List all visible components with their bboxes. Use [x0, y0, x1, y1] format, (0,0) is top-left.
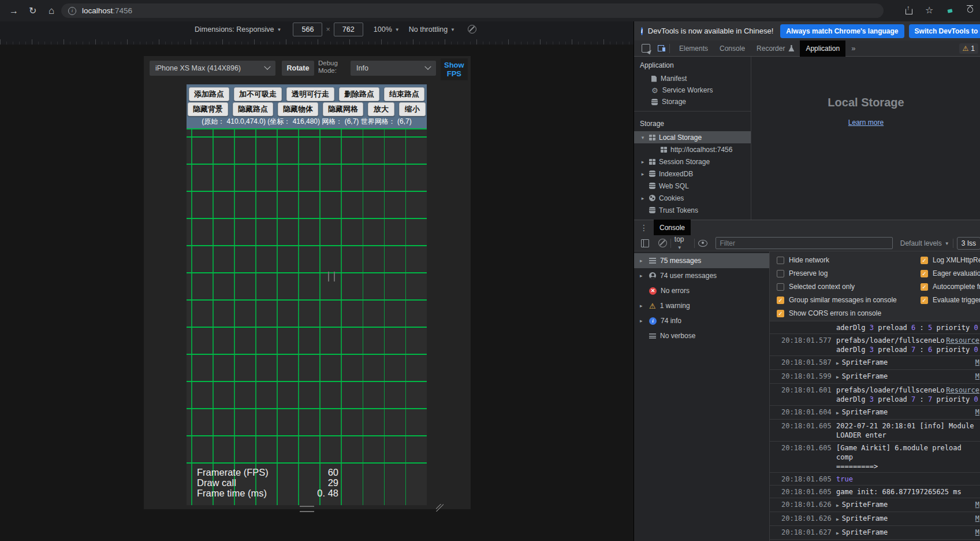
- throttling-select[interactable]: No throttling▼: [409, 25, 455, 34]
- console-message[interactable]: 20:18:01.605[Game Airkit] 6.module prelo…: [770, 442, 980, 473]
- game-button-隐藏网格[interactable]: 隐藏网格: [323, 102, 363, 116]
- inspect-element-icon[interactable]: [642, 44, 650, 53]
- source-location-link[interactable]: Resource: [946, 336, 979, 345]
- game-button-隐藏物体[interactable]: 隐藏物体: [278, 102, 318, 116]
- setting-show-cors-errors-in-console[interactable]: ✓Show CORS errors in console: [777, 309, 881, 317]
- tree-arrow-icon[interactable]: ▸: [640, 195, 646, 201]
- checkbox-icon[interactable]: [777, 283, 784, 291]
- drawer-menu-icon[interactable]: ⋮: [640, 223, 648, 232]
- tree-item-indexeddb[interactable]: ▸IndexedDB: [634, 168, 751, 180]
- expand-arrow-icon[interactable]: ▶: [836, 410, 839, 416]
- forward-icon[interactable]: →: [9, 0, 18, 21]
- console-message[interactable]: 20:18:01.626▶SpriteFrameM: [770, 512, 980, 526]
- tree-arrow-icon[interactable]: ▸: [640, 258, 645, 264]
- more-tabs-icon[interactable]: »: [845, 40, 861, 57]
- expand-arrow-icon[interactable]: ▶: [836, 503, 839, 508]
- checkbox-icon[interactable]: ✓: [921, 270, 928, 277]
- tab-application[interactable]: Application: [800, 40, 845, 57]
- checkbox-icon[interactable]: ✓: [921, 283, 928, 291]
- tree-item-trust-tokens[interactable]: Trust Tokens: [634, 204, 751, 216]
- console-message[interactable]: 20:18:01.626▶SpriteFrameM: [770, 498, 980, 512]
- setting-selected-context-only[interactable]: Selected context only: [777, 283, 855, 291]
- expand-arrow-icon[interactable]: ▶: [836, 531, 839, 536]
- expand-arrow-icon[interactable]: ▶: [836, 375, 839, 380]
- console-filter-no-errors[interactable]: ✕No errors: [634, 283, 769, 298]
- expand-arrow-icon[interactable]: ▶: [836, 361, 839, 366]
- sidebar-item-manifest[interactable]: Manifest: [634, 73, 751, 84]
- tree-arrow-icon[interactable]: ▾: [640, 135, 646, 140]
- game-button-缩小[interactable]: 缩小: [399, 102, 426, 116]
- source-location-link[interactable]: M: [975, 528, 979, 537]
- console-message[interactable]: 20:18:01.605game init: 686.877197265625 …: [770, 486, 980, 498]
- console-filter-no-verbose[interactable]: No verbose: [634, 328, 769, 343]
- setting-autocomplete-fro[interactable]: ✓Autocomplete fro: [921, 283, 980, 291]
- game-button-删除路点[interactable]: 删除路点: [339, 87, 379, 101]
- console-message[interactable]: 20:18:01.605true: [770, 473, 980, 486]
- tree-arrow-icon[interactable]: ▸: [640, 318, 645, 324]
- setting-log-xmlhttpre[interactable]: ✓Log XMLHttpRe: [921, 256, 980, 264]
- tree-arrow-icon[interactable]: ▸: [640, 171, 646, 177]
- site-info-icon[interactable]: i: [68, 7, 76, 15]
- game-button-透明可行走[interactable]: 透明可行走: [286, 87, 334, 101]
- console-filter-input[interactable]: [716, 237, 892, 249]
- tree-item-cookies[interactable]: ▸Cookies: [634, 192, 751, 204]
- tab-console[interactable]: Console: [714, 40, 751, 57]
- tree-item-local-storage[interactable]: ▾Local Storage: [634, 131, 751, 143]
- source-location-link[interactable]: Resource: [946, 386, 979, 395]
- console-filter-74-user-messages[interactable]: ▸74 user messages: [634, 268, 769, 283]
- live-expression-eye-icon[interactable]: [698, 240, 707, 247]
- zoom-select[interactable]: 100%▼: [374, 25, 400, 34]
- bookmark-star-icon[interactable]: ☆: [925, 6, 933, 15]
- match-chrome-language-button[interactable]: Always match Chrome's language: [780, 24, 904, 38]
- console-message[interactable]: 20:18:01.6052022-07-21 20:18:01 [info] M…: [770, 420, 980, 442]
- game-button-结束路点[interactable]: 结束路点: [384, 87, 424, 101]
- game-button-加不可吸走[interactable]: 加不可吸走: [234, 87, 282, 101]
- setting-evaluate-triggers[interactable]: ✓Evaluate triggers: [921, 296, 980, 304]
- device-toolbar-toggle-icon[interactable]: [658, 45, 666, 52]
- checkbox-icon[interactable]: ✓: [777, 310, 784, 317]
- height-input[interactable]: [334, 23, 363, 36]
- tree-item-session-storage[interactable]: ▸Session Storage: [634, 155, 751, 168]
- game-button-放大[interactable]: 放大: [368, 102, 394, 116]
- setting-group-similar-messages-in-console[interactable]: ✓Group similar messages in console: [777, 296, 897, 304]
- sidebar-item-storage[interactable]: Storage: [634, 96, 751, 108]
- setting-preserve-log[interactable]: Preserve log: [777, 269, 828, 277]
- console-message[interactable]: 20:18:01.587▶SpriteFrameM: [770, 356, 980, 370]
- console-filter-74-info[interactable]: ▸i74 info: [634, 313, 769, 328]
- log-levels-select[interactable]: Default levels▼: [900, 239, 949, 247]
- source-location-link[interactable]: M: [975, 500, 979, 509]
- address-bar[interactable]: i localhost:7456: [61, 3, 884, 18]
- source-location-link[interactable]: M: [975, 358, 979, 367]
- setting-eager-evaluation[interactable]: ✓Eager evaluation: [921, 269, 980, 277]
- game-button-添加路点[interactable]: 添加路点: [189, 87, 229, 101]
- checkbox-icon[interactable]: ✓: [921, 257, 928, 264]
- console-message[interactable]: 20:18:01.604▶SpriteFrameM: [770, 406, 980, 420]
- tree-item-web-sql[interactable]: Web SQL: [634, 180, 751, 192]
- reload-icon[interactable]: ↻: [29, 0, 36, 21]
- clear-console-icon[interactable]: [658, 239, 666, 247]
- console-filter-1-warning[interactable]: ▸⚠1 warning: [634, 298, 769, 313]
- dimensions-select[interactable]: Dimensions: Responsive▼: [195, 25, 281, 34]
- issues-button[interactable]: 3 Iss: [957, 237, 980, 250]
- drawer-tab-console[interactable]: Console: [654, 220, 691, 236]
- tree-arrow-icon[interactable]: ▸: [640, 159, 646, 165]
- debug-mode-select[interactable]: Info: [351, 61, 436, 76]
- tree-item-http-localhost-7456[interactable]: http://localhost:7456: [634, 143, 751, 155]
- tree-arrow-icon[interactable]: ▸: [640, 303, 645, 309]
- show-fps-button[interactable]: ShowFPS: [441, 58, 468, 80]
- setting-hide-network[interactable]: Hide network: [777, 256, 829, 264]
- device-corner-resize-handle[interactable]: [436, 504, 444, 512]
- source-location-link[interactable]: M: [975, 514, 979, 523]
- console-message[interactable]: aderDlg 3 preload 6 : 5 priority 0: [770, 321, 980, 334]
- source-location-link[interactable]: M: [975, 372, 979, 381]
- game-button-隐藏路点[interactable]: 隐藏路点: [233, 102, 273, 116]
- switch-devtools-chinese-button[interactable]: Switch DevTools to Chinese: [909, 24, 980, 38]
- issues-warning-badge[interactable]: ⚠ 1: [959, 43, 978, 54]
- source-location-link[interactable]: M: [975, 407, 979, 417]
- checkbox-icon[interactable]: [777, 270, 784, 277]
- device-preset-select[interactable]: iPhone XS Max (414X896): [150, 61, 275, 76]
- console-filter-75-messages[interactable]: ▸75 messages: [634, 253, 769, 268]
- width-input[interactable]: [293, 23, 322, 36]
- checkbox-icon[interactable]: [777, 257, 784, 264]
- console-sidebar-toggle-icon[interactable]: [641, 239, 649, 247]
